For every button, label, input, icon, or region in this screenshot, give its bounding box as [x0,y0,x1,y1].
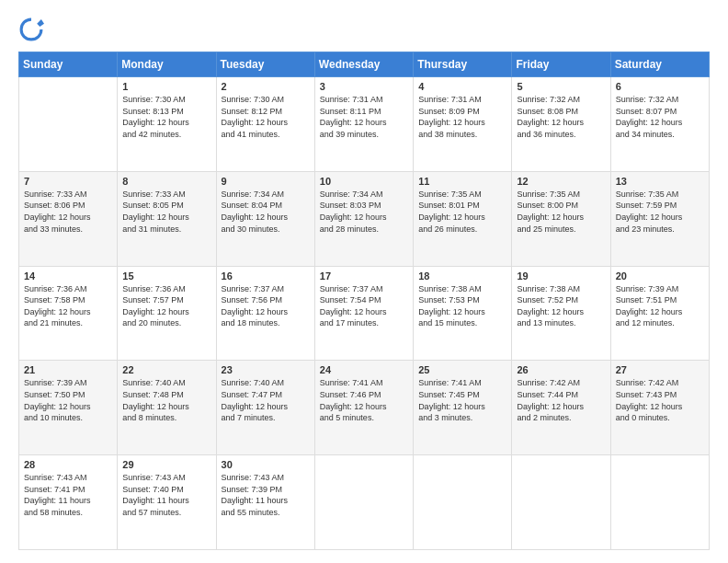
calendar-cell [414,455,512,550]
calendar-cell: 6Sunrise: 7:32 AM Sunset: 8:07 PM Daylig… [610,77,709,172]
day-number: 4 [418,81,506,92]
day-info: Sunrise: 7:33 AM Sunset: 8:05 PM Dayligh… [122,189,210,235]
calendar-week-1: 1Sunrise: 7:30 AM Sunset: 8:13 PM Daylig… [19,77,710,172]
day-number: 28 [24,459,112,470]
calendar-cell: 9Sunrise: 7:34 AM Sunset: 8:04 PM Daylig… [216,171,314,266]
calendar-cell [610,455,709,550]
day-info: Sunrise: 7:32 AM Sunset: 8:07 PM Dayligh… [616,94,704,140]
calendar-week-4: 21Sunrise: 7:39 AM Sunset: 7:50 PM Dayli… [19,361,710,455]
calendar-cell: 2Sunrise: 7:30 AM Sunset: 8:12 PM Daylig… [216,77,314,172]
day-info: Sunrise: 7:38 AM Sunset: 7:53 PM Dayligh… [418,283,506,329]
day-number: 2 [222,81,310,92]
day-number: 12 [517,176,605,187]
calendar-cell: 8Sunrise: 7:33 AM Sunset: 8:05 PM Daylig… [118,171,216,266]
logo-icon [18,17,44,42]
calendar-cell: 19Sunrise: 7:38 AM Sunset: 7:52 PM Dayli… [512,266,610,361]
day-number: 22 [122,364,210,375]
day-number: 19 [517,270,605,282]
day-number: 9 [222,176,310,187]
day-info: Sunrise: 7:37 AM Sunset: 7:56 PM Dayligh… [222,283,310,329]
logo [18,17,48,42]
calendar-cell: 7Sunrise: 7:33 AM Sunset: 8:06 PM Daylig… [19,171,118,266]
calendar-cell: 14Sunrise: 7:36 AM Sunset: 7:58 PM Dayli… [19,266,118,361]
day-info: Sunrise: 7:35 AM Sunset: 7:59 PM Dayligh… [616,189,704,235]
day-number: 15 [122,270,210,282]
calendar-cell: 1Sunrise: 7:30 AM Sunset: 8:13 PM Daylig… [118,77,216,172]
day-number: 5 [517,81,605,92]
day-info: Sunrise: 7:34 AM Sunset: 8:04 PM Dayligh… [222,189,310,235]
day-number: 21 [24,364,112,375]
day-info: Sunrise: 7:34 AM Sunset: 8:03 PM Dayligh… [320,189,408,235]
calendar-cell: 5Sunrise: 7:32 AM Sunset: 8:08 PM Daylig… [512,77,610,172]
day-info: Sunrise: 7:33 AM Sunset: 8:06 PM Dayligh… [24,189,112,235]
calendar-cell: 26Sunrise: 7:42 AM Sunset: 7:44 PM Dayli… [512,361,610,455]
day-number: 20 [616,270,704,282]
day-number: 13 [616,176,704,187]
calendar-cell: 18Sunrise: 7:38 AM Sunset: 7:53 PM Dayli… [414,266,512,361]
day-number: 23 [222,364,310,375]
calendar-table: SundayMondayTuesdayWednesdayThursdayFrid… [18,52,710,550]
calendar-cell: 23Sunrise: 7:40 AM Sunset: 7:47 PM Dayli… [216,361,314,455]
day-info: Sunrise: 7:41 AM Sunset: 7:46 PM Dayligh… [320,377,408,423]
day-info: Sunrise: 7:42 AM Sunset: 7:43 PM Dayligh… [616,377,704,423]
calendar-cell: 13Sunrise: 7:35 AM Sunset: 7:59 PM Dayli… [610,171,709,266]
day-info: Sunrise: 7:31 AM Sunset: 8:09 PM Dayligh… [418,94,506,140]
day-number: 26 [517,364,605,375]
day-number: 17 [320,270,408,282]
day-number: 25 [418,364,506,375]
day-info: Sunrise: 7:35 AM Sunset: 8:00 PM Dayligh… [517,189,605,235]
day-info: Sunrise: 7:36 AM Sunset: 7:57 PM Dayligh… [122,283,210,329]
day-info: Sunrise: 7:39 AM Sunset: 7:51 PM Dayligh… [616,283,704,329]
calendar-cell: 28Sunrise: 7:43 AM Sunset: 7:41 PM Dayli… [19,455,118,550]
calendar-cell: 4Sunrise: 7:31 AM Sunset: 8:09 PM Daylig… [414,77,512,172]
day-info: Sunrise: 7:30 AM Sunset: 8:12 PM Dayligh… [222,94,310,140]
calendar-header-row: SundayMondayTuesdayWednesdayThursdayFrid… [19,52,710,77]
calendar-cell: 21Sunrise: 7:39 AM Sunset: 7:50 PM Dayli… [19,361,118,455]
day-number: 16 [222,270,310,282]
day-number: 27 [616,364,704,375]
calendar-cell: 29Sunrise: 7:43 AM Sunset: 7:40 PM Dayli… [118,455,216,550]
calendar-cell [19,77,118,172]
day-info: Sunrise: 7:32 AM Sunset: 8:08 PM Dayligh… [517,94,605,140]
day-header-sunday: Sunday [19,52,118,77]
day-info: Sunrise: 7:43 AM Sunset: 7:39 PM Dayligh… [222,472,310,518]
day-info: Sunrise: 7:40 AM Sunset: 7:47 PM Dayligh… [222,377,310,423]
day-info: Sunrise: 7:37 AM Sunset: 7:54 PM Dayligh… [320,283,408,329]
day-number: 14 [24,270,112,282]
calendar-cell: 24Sunrise: 7:41 AM Sunset: 7:46 PM Dayli… [314,361,413,455]
calendar-cell: 10Sunrise: 7:34 AM Sunset: 8:03 PM Dayli… [314,171,413,266]
day-info: Sunrise: 7:30 AM Sunset: 8:13 PM Dayligh… [122,94,210,140]
day-info: Sunrise: 7:43 AM Sunset: 7:41 PM Dayligh… [24,472,112,518]
day-header-wednesday: Wednesday [314,52,413,77]
header [18,17,710,42]
calendar-week-5: 28Sunrise: 7:43 AM Sunset: 7:41 PM Dayli… [19,455,710,550]
calendar-week-3: 14Sunrise: 7:36 AM Sunset: 7:58 PM Dayli… [19,266,710,361]
day-info: Sunrise: 7:36 AM Sunset: 7:58 PM Dayligh… [24,283,112,329]
day-info: Sunrise: 7:40 AM Sunset: 7:48 PM Dayligh… [122,377,210,423]
day-number: 29 [122,459,210,470]
calendar-cell: 11Sunrise: 7:35 AM Sunset: 8:01 PM Dayli… [414,171,512,266]
calendar-cell: 25Sunrise: 7:41 AM Sunset: 7:45 PM Dayli… [414,361,512,455]
day-info: Sunrise: 7:31 AM Sunset: 8:11 PM Dayligh… [320,94,408,140]
calendar-week-2: 7Sunrise: 7:33 AM Sunset: 8:06 PM Daylig… [19,171,710,266]
calendar-cell [314,455,413,550]
day-number: 11 [418,176,506,187]
day-header-thursday: Thursday [414,52,512,77]
day-number: 3 [320,81,408,92]
day-number: 30 [222,459,310,470]
day-number: 10 [320,176,408,187]
day-number: 18 [418,270,506,282]
day-number: 8 [122,176,210,187]
day-info: Sunrise: 7:38 AM Sunset: 7:52 PM Dayligh… [517,283,605,329]
day-info: Sunrise: 7:41 AM Sunset: 7:45 PM Dayligh… [418,377,506,423]
calendar-cell: 27Sunrise: 7:42 AM Sunset: 7:43 PM Dayli… [610,361,709,455]
calendar-cell: 16Sunrise: 7:37 AM Sunset: 7:56 PM Dayli… [216,266,314,361]
calendar-cell [512,455,610,550]
day-info: Sunrise: 7:39 AM Sunset: 7:50 PM Dayligh… [24,377,112,423]
day-number: 24 [320,364,408,375]
day-info: Sunrise: 7:43 AM Sunset: 7:40 PM Dayligh… [122,472,210,518]
calendar-cell: 12Sunrise: 7:35 AM Sunset: 8:00 PM Dayli… [512,171,610,266]
day-info: Sunrise: 7:35 AM Sunset: 8:01 PM Dayligh… [418,189,506,235]
day-number: 7 [24,176,112,187]
calendar-cell: 3Sunrise: 7:31 AM Sunset: 8:11 PM Daylig… [314,77,413,172]
